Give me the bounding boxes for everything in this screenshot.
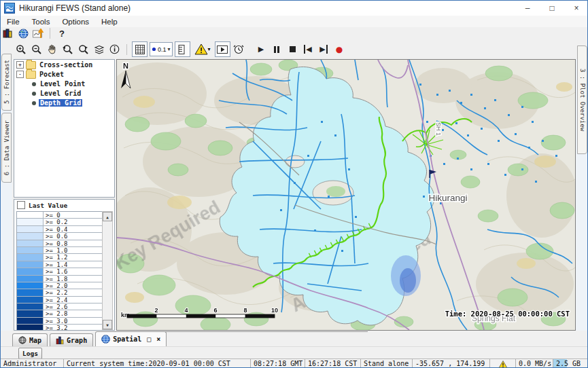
stop-button[interactable] xyxy=(286,42,300,56)
color-swatch xyxy=(17,254,44,260)
last-value-row: Last Value xyxy=(14,200,114,210)
tab-graph[interactable]: Graph xyxy=(50,333,93,346)
skip-to-end-button[interactable]: ▶ xyxy=(317,42,331,56)
legend-row: >= 0 xyxy=(17,212,102,219)
legend-row: >= 0.6 xyxy=(17,233,102,240)
data-viewer-panel: + Cross-section - Pocket Level Point Lev… xyxy=(12,59,116,331)
minimize-button[interactable]: – xyxy=(515,1,540,16)
info-icon[interactable] xyxy=(107,42,122,56)
color-swatch xyxy=(17,233,44,239)
pause-icon xyxy=(274,46,279,53)
zoom-out-icon[interactable] xyxy=(29,42,44,56)
legend-row: >= 0.2 xyxy=(17,219,102,225)
warning-threshold-icon[interactable]: ▾ xyxy=(192,42,213,56)
timeseries-display-icon[interactable] xyxy=(31,27,45,39)
zoom-next-icon[interactable] xyxy=(76,42,90,56)
main-toolbar: ? xyxy=(1,27,588,39)
scroll-down-icon[interactable]: ▼ xyxy=(103,320,112,329)
map-display-icon[interactable] xyxy=(16,27,30,39)
legend-row: >= 2.8 xyxy=(17,310,102,317)
color-swatch xyxy=(17,240,44,246)
grid-display-icon[interactable] xyxy=(132,41,148,57)
tab-baseline xyxy=(126,331,368,332)
play-button[interactable]: ▶ xyxy=(254,42,269,56)
node-bullet-icon xyxy=(32,92,36,96)
last-value-checkbox[interactable] xyxy=(17,201,25,209)
menu-file[interactable]: File xyxy=(1,18,26,26)
logs-row: Logs xyxy=(1,346,588,359)
legend-row: >= 1.6 xyxy=(17,268,102,275)
database-icon[interactable] xyxy=(1,27,15,39)
logs-button[interactable]: Logs xyxy=(18,348,42,359)
status-gmt-time: 08:27:18 GMT xyxy=(251,359,305,368)
tab-data-viewer[interactable]: 6 : Data Viewer xyxy=(1,113,12,183)
svg-text:10: 10 xyxy=(271,307,278,314)
tree-node-level-point[interactable]: Level Point xyxy=(14,79,114,88)
tab-map[interactable]: Map xyxy=(12,333,48,346)
last-value-label: Last Value xyxy=(29,202,67,209)
map-time-label: Time: 2020-08-25 00:00:00 CST xyxy=(445,310,570,318)
status-local-time: 16:27:18 CST xyxy=(305,359,361,368)
status-user: Administrator xyxy=(1,359,64,368)
town-label: Hikurangi xyxy=(428,193,467,203)
maximize-button[interactable]: □ xyxy=(540,1,564,16)
tab-maximize-icon[interactable]: □ xyxy=(147,335,151,343)
tab-plot-overview[interactable]: 3 : Plot Overview xyxy=(577,45,587,154)
help-icon[interactable]: ? xyxy=(55,27,69,39)
status-memory: 2.5 GB xyxy=(553,359,588,368)
legend-row: >= 0.4 xyxy=(17,226,102,233)
skip-to-start-button[interactable]: ◀ xyxy=(301,42,315,56)
menu-options[interactable]: Options xyxy=(56,18,95,26)
status-warning-icon[interactable] xyxy=(490,359,516,368)
tree-node-cross-section[interactable]: + Cross-section xyxy=(14,60,114,69)
right-tab-strip: 3 : Plot Overview xyxy=(576,59,588,331)
deep-flood-patch xyxy=(391,255,421,296)
map-view[interactable]: API Key Required API Key Required xyxy=(116,59,576,331)
longitudinal-profile-icon[interactable] xyxy=(175,41,190,57)
chevron-down-icon: ▾ xyxy=(208,46,211,52)
status-mode: Stand alone xyxy=(361,359,413,368)
chevron-down-icon: ▾ xyxy=(168,46,171,52)
timer-icon[interactable] xyxy=(232,42,246,56)
tab-close-icon[interactable]: × xyxy=(156,335,160,343)
animation-icon[interactable] xyxy=(215,41,230,57)
tab-spatial[interactable]: Spatial □ × xyxy=(95,331,167,346)
tree-node-depth-grid[interactable]: Depth Grid xyxy=(14,98,114,107)
pause-button[interactable] xyxy=(270,42,284,56)
layers-icon[interactable] xyxy=(92,42,106,56)
pan-icon[interactable] xyxy=(45,42,59,56)
color-swatch xyxy=(17,297,44,303)
bottom-tab-bar: Map Graph Spatial □ × xyxy=(1,331,588,346)
contour-interval-combo[interactable]: 0.1 ▾ xyxy=(150,42,173,56)
color-swatch xyxy=(17,212,44,218)
tree-node-level-grid[interactable]: Level Grid xyxy=(14,89,114,98)
color-swatch xyxy=(17,289,44,295)
color-swatch xyxy=(17,282,44,289)
road-label: SH 1 xyxy=(435,122,442,136)
close-button[interactable]: × xyxy=(564,1,588,16)
zoom-in-icon[interactable] xyxy=(14,42,28,56)
menu-help[interactable]: Help xyxy=(95,18,124,26)
record-button[interactable]: ● xyxy=(332,42,347,56)
legend-scrollbar[interactable]: ▲ ▼ xyxy=(102,211,113,330)
legend-row: >= 1.4 xyxy=(17,261,102,268)
color-swatch xyxy=(17,276,44,282)
tab-forecast[interactable]: 5 : Forecast xyxy=(1,54,12,111)
legend-row: >= 2.2 xyxy=(17,289,102,296)
legend-row: >= 3.0 xyxy=(17,318,102,325)
expand-icon[interactable]: + xyxy=(16,61,24,69)
folder-icon xyxy=(26,61,36,69)
color-swatch xyxy=(17,310,44,316)
scroll-up-icon[interactable]: ▲ xyxy=(103,212,112,221)
interval-value: 0.1 xyxy=(158,46,167,53)
north-label: N xyxy=(123,62,128,70)
node-bullet-icon xyxy=(32,82,36,86)
globe-icon xyxy=(101,335,110,344)
tree-node-pocket[interactable]: - Pocket xyxy=(14,70,114,79)
collapse-icon[interactable]: - xyxy=(16,71,24,78)
stop-icon xyxy=(290,46,296,52)
menu-tools[interactable]: Tools xyxy=(26,18,56,26)
zoom-previous-icon[interactable] xyxy=(60,42,75,56)
app-logo-icon xyxy=(4,3,15,14)
status-coordinates: -35.657 , 174.199 xyxy=(413,359,490,368)
